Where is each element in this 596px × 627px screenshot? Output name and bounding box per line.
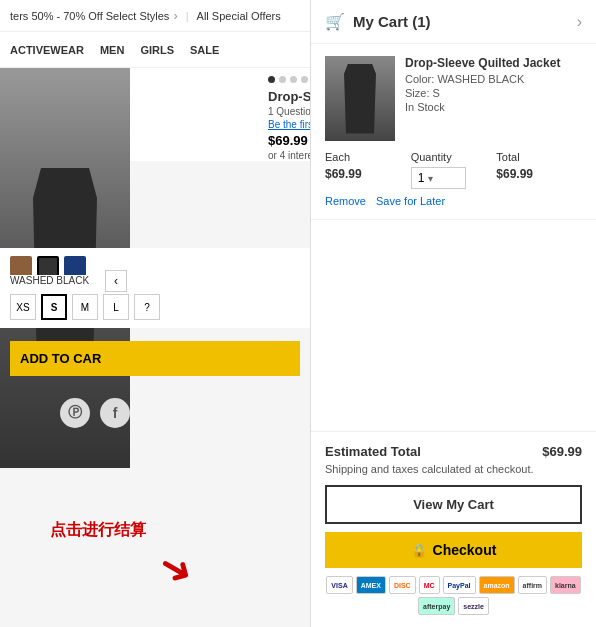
nav-activewear[interactable]: ACTIVEWEAR <box>10 44 84 56</box>
size-xs[interactable]: XS <box>10 294 36 320</box>
estimated-row: Estimated Total $69.99 <box>325 444 582 459</box>
total-col: Total $69.99 <box>496 151 582 181</box>
qty-label: Quantity <box>411 151 497 163</box>
product-meta: 1 Question, 4 Answers or 4 Buyer <box>268 106 310 117</box>
total-value: $69.99 <box>496 167 582 181</box>
nav-girls[interactable]: GIRLS <box>140 44 174 56</box>
promo-text: ters 50% - 70% Off Select Styles <box>10 10 169 22</box>
cart-actions: Remove Save for Later <box>325 195 582 207</box>
view-cart-button[interactable]: View My Cart <box>325 485 582 524</box>
paypal-icon: PayPal <box>443 576 476 594</box>
cart-icon: 🛒 <box>325 12 345 31</box>
cart-header: 🛒 My Cart (1) › <box>311 0 596 44</box>
nav-men[interactable]: MEN <box>100 44 124 56</box>
top-bar: ters 50% - 70% Off Select Styles › | All… <box>0 0 310 32</box>
visa-icon: VISA <box>326 576 352 594</box>
size-row: XS S M L ? <box>0 290 310 328</box>
background-page: ters 50% - 70% Off Select Styles › | All… <box>0 0 310 627</box>
qty-chevron-icon: ▾ <box>428 173 433 184</box>
chinese-annotation: 点击进行结算 <box>50 520 146 541</box>
afterpay-icon: afterpay <box>418 597 455 615</box>
red-arrow-icon: ➜ <box>151 540 203 597</box>
cart-item-details: Drop-Sleeve Quilted Jacket Color: WASHED… <box>405 56 582 141</box>
nav-bar: ACTIVEWEAR MEN GIRLS SALE <box>0 32 310 68</box>
facebook-icon[interactable]: f <box>100 398 130 428</box>
prev-arrow[interactable]: ‹ <box>105 270 127 292</box>
size-m[interactable]: M <box>72 294 98 320</box>
cart-price-row: Each $69.99 Quantity 1 ▾ Total $69.99 <box>325 151 582 189</box>
sezzle-icon: sezzle <box>458 597 489 615</box>
offers-text: All Special Offers <box>197 10 281 22</box>
discover-icon: DISC <box>389 576 416 594</box>
checkout-label: Checkout <box>433 542 497 558</box>
size-more[interactable]: ? <box>134 294 160 320</box>
thumb-jacket <box>340 64 380 134</box>
size-s[interactable]: S <box>41 294 67 320</box>
product-price: $69.99 <box>268 133 310 148</box>
save-for-later-link[interactable]: Save for Later <box>376 195 445 207</box>
cart-close-chevron[interactable]: › <box>577 13 582 31</box>
klarna-icon: klarna <box>550 576 581 594</box>
product-review[interactable]: Be the first to write a review <box>268 119 310 130</box>
qty-col: Quantity 1 ▾ <box>411 151 497 189</box>
cart-item-name: Drop-Sleeve Quilted Jacket <box>405 56 582 70</box>
amex-icon: AMEX <box>356 576 386 594</box>
product-title: Drop-Sleeve Quilted Jacke <box>268 89 310 104</box>
checkout-button[interactable]: 🔒 Checkout <box>325 532 582 568</box>
total-label: Total <box>496 151 582 163</box>
payment-icons: VISA AMEX DISC MC PayPal amazon affirm k… <box>325 576 582 615</box>
promo-arrow: › <box>173 8 177 23</box>
add-to-cart-button[interactable]: ADD TO CAR <box>10 341 300 376</box>
cart-summary: Estimated Total $69.99 Shipping and taxe… <box>311 431 596 627</box>
shipping-note: Shipping and taxes calculated at checkou… <box>325 463 582 475</box>
cart-panel: 🛒 My Cart (1) › Drop-Sleeve Quilted Jack… <box>310 0 596 627</box>
mastercard-icon: MC <box>419 576 440 594</box>
image-dots <box>268 76 310 83</box>
cart-item-section: Drop-Sleeve Quilted Jacket Color: WASHED… <box>311 44 596 220</box>
each-value: $69.99 <box>325 167 411 181</box>
quantity-select[interactable]: 1 ▾ <box>411 167 466 189</box>
cart-title: My Cart (1) <box>353 13 431 30</box>
each-col: Each $69.99 <box>325 151 411 181</box>
cart-item-size: Size: S <box>405 87 582 99</box>
cart-item-color: Color: WASHED BLACK <box>405 73 582 85</box>
estimated-label: Estimated Total <box>325 444 421 459</box>
size-l[interactable]: L <box>103 294 129 320</box>
nav-sale[interactable]: SALE <box>190 44 219 56</box>
each-label: Each <box>325 151 411 163</box>
amazon-icon: amazon <box>479 576 515 594</box>
installment-text: or 4 interest-free payments of $1 <box>268 150 310 161</box>
qty-value: 1 <box>418 171 425 185</box>
lock-icon: 🔒 <box>411 543 427 558</box>
affirm-icon: affirm <box>518 576 547 594</box>
cart-item-stock: In Stock <box>405 101 582 113</box>
pinterest-icon[interactable]: Ⓟ <box>60 398 90 428</box>
cart-item-thumbnail <box>325 56 395 141</box>
cart-header-left: 🛒 My Cart (1) <box>325 12 431 31</box>
remove-link[interactable]: Remove <box>325 195 366 207</box>
color-label: WASHED BLACK <box>0 275 310 290</box>
cart-item-row: Drop-Sleeve Quilted Jacket Color: WASHED… <box>325 56 582 141</box>
estimated-value: $69.99 <box>542 444 582 459</box>
social-icons: Ⓟ f <box>50 390 140 436</box>
